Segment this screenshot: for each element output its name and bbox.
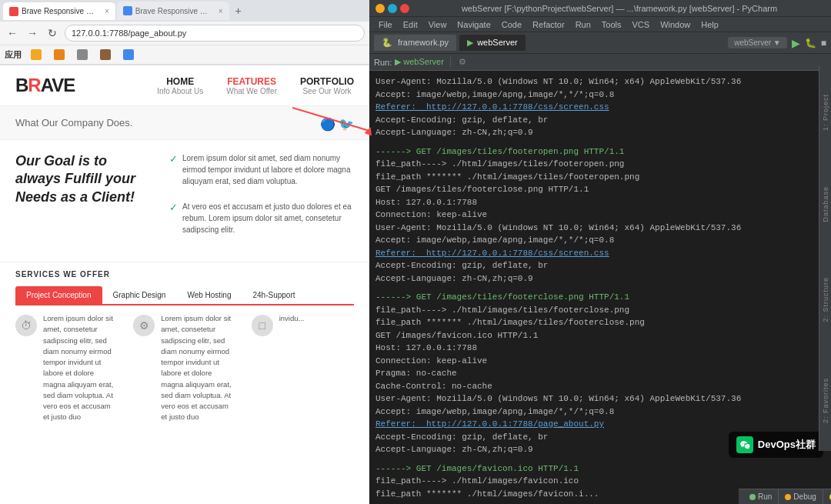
right-gutter: 1: Project Database 2: Structure 2: Favo… (819, 66, 831, 451)
menu-vcs[interactable]: VCS (628, 17, 655, 32)
console-line: Accept: image/webp,image/apng,image/*,*/… (375, 406, 825, 419)
tab-web-hosting[interactable]: Web Hosting (176, 286, 242, 304)
service-icon-1: ⏱ (15, 313, 37, 423)
ide-toolbar-right: webServer ▼ ▶ 🐛 ■ (728, 37, 826, 49)
forward-button[interactable]: → (25, 25, 40, 41)
service-icon-shape-2: ⚙ (133, 315, 155, 336)
bookmark-1[interactable] (28, 48, 45, 62)
menu-run[interactable]: Run (571, 17, 596, 32)
check-item-2: ✓ At vero eos et accusam et justo duo do… (169, 201, 354, 243)
browser-chrome: Brave Responsive Business Te... × Brave … (0, 0, 369, 65)
site-left-col: Our Goal is to always Fulfill your Needs… (15, 152, 154, 249)
menu-help[interactable]: Help (696, 17, 723, 32)
console-line: User-Agent: Mozilla/5.0 (Windows NT 10.0… (375, 392, 825, 406)
services-content: ⏱ Lorem ipsum dolor sit amet, consetetur… (15, 313, 354, 423)
file-tab-webserver[interactable]: ▶ webServer (459, 35, 526, 51)
bookmark-3[interactable] (74, 48, 91, 62)
debug-dot (785, 494, 791, 500)
console-line: User-Agent: Mozilla/5.0 (Windows NT 10.0… (375, 75, 825, 88)
run-label: Run: (374, 58, 392, 67)
new-tab-button[interactable]: + (231, 3, 246, 18)
service-col-2: ⚙ Lorem ipsum dolor sit amet, consetetur… (133, 313, 235, 423)
settings-icon[interactable]: ⚙ (459, 57, 466, 67)
address-bar[interactable] (65, 25, 365, 42)
bookmark-2[interactable] (51, 48, 68, 62)
hero-text: What Our Company Does. (15, 117, 132, 129)
site-right-col: ✓ Lorem ipsum dolor sit amet, sed diam n… (169, 152, 354, 249)
gutter-structure[interactable]: 2: Structure (822, 277, 829, 322)
ide-bottom-bar: Run Debug TODO Terminal Python Console E… (739, 489, 831, 504)
tab-project-conception[interactable]: Project Conception (15, 286, 102, 304)
console-line: Referer: http://127.0.0.1:7788/css/scree… (375, 247, 825, 260)
service-icon-3: □ (252, 313, 273, 423)
nav-features[interactable]: FEATURES What We Offer (226, 76, 277, 95)
menu-file[interactable]: File (374, 17, 397, 32)
ide-window: webServer [F:\pythonProject\webServer] —… (369, 0, 831, 504)
check-item-1: ✓ Lorem ipsum dolor sit amet, sed diam n… (169, 152, 354, 195)
para-2: At vero eos et accusam et justo duo dolo… (182, 201, 354, 235)
ide-titlebar: webServer [F:\pythonProject\webServer] —… (369, 0, 831, 17)
bookmarks-label[interactable]: 应用 (5, 49, 22, 61)
back-button[interactable]: ← (5, 25, 20, 41)
menu-refactor[interactable]: Refactor (528, 17, 569, 32)
service-col-1: ⏱ Lorem ipsum dolor sit amet, consetetur… (15, 313, 118, 423)
devops-label: DevOps社群 (758, 438, 816, 452)
bottom-tab-run[interactable]: Run (743, 489, 779, 505)
file-tab-framework[interactable]: 🐍 framework.py (374, 35, 456, 51)
bottom-tab-todo[interactable]: TODO (823, 489, 831, 505)
menu-tools[interactable]: Tools (597, 17, 626, 32)
console-line: Accept-Language: zh-CN,zh;q=0.9 (375, 126, 825, 139)
bookmark-5[interactable] (120, 48, 137, 62)
bookmark-4[interactable] (97, 48, 114, 62)
minimize-button[interactable] (375, 4, 385, 13)
stop-button[interactable]: ■ (821, 38, 826, 48)
window-controls (375, 4, 409, 13)
menu-navigate[interactable]: Navigate (452, 17, 495, 32)
browser-tab-2[interactable]: Brave Responsive Business Te... × (117, 2, 229, 20)
menu-code[interactable]: Code (497, 17, 526, 32)
tab-close-1[interactable]: × (105, 7, 109, 15)
tab-24h-support[interactable]: 24h-Support (242, 286, 306, 304)
website-content: BRAVE HOME Info About Us FEATURES What W… (0, 65, 369, 504)
tab-graphic-design[interactable]: Graphic Design (102, 286, 177, 304)
gutter-favorites[interactable]: 2: Favorites (822, 378, 829, 423)
bookmark-icon-5 (123, 49, 134, 60)
bookmark-icon-1 (31, 49, 42, 60)
console-line: Accept-Language: zh-CN,zh;q=0.9 (375, 272, 825, 285)
menu-view[interactable]: View (424, 17, 452, 32)
para-1: Lorem ipsum dolor sit amet, sed diam non… (182, 152, 354, 187)
logo-r: R (28, 75, 40, 95)
console-line: file_path----> ./html/images/tiles/foote… (375, 304, 825, 317)
console-line: file_path ******* ./html/images/tiles/fo… (375, 316, 825, 329)
tab-close-2[interactable]: × (219, 7, 223, 15)
tab-favicon-1 (9, 7, 18, 16)
nav-home-sub: Info About Us (157, 87, 203, 95)
close-button[interactable] (400, 4, 409, 13)
site-logo: BRAVE (15, 75, 75, 96)
run-dot (749, 494, 756, 500)
refresh-button[interactable]: ↻ (45, 25, 60, 41)
ide-title: webServer [F:\pythonProject\webServer] —… (414, 4, 825, 13)
browser-window: Brave Responsive Business Te... × Brave … (0, 0, 369, 504)
server-badge: webServer ▼ (728, 37, 786, 48)
console-line: Accept-Encoding: gzip, deflate, br (375, 259, 825, 272)
tab-label-2: Brave Responsive Business Te... (135, 7, 212, 15)
run-server-label: ▶ webServer (395, 57, 444, 67)
menu-edit[interactable]: Edit (399, 17, 422, 32)
menu-window[interactable]: Window (656, 17, 695, 32)
gutter-database[interactable]: Database (822, 186, 829, 222)
debug-button[interactable]: 🐛 (805, 38, 816, 48)
browser-tab-1[interactable]: Brave Responsive Business Te... × (3, 2, 115, 20)
nav-portfolio[interactable]: PORTFOLIO See Our Work (300, 76, 354, 95)
check-icon-2: ✓ (169, 202, 178, 213)
bottom-tab-debug[interactable]: Debug (779, 489, 823, 505)
console-line: Connection: keep-alive (375, 209, 825, 222)
run-control-group: Run: ▶ webServer (374, 57, 451, 67)
service-text-2: Lorem ipsum dolor sit amet, consetetur s… (161, 313, 235, 423)
console-line: Cache-Control: no-cache (375, 380, 825, 393)
run-button[interactable]: ▶ (792, 37, 800, 49)
nav-home[interactable]: HOME Info About Us (157, 76, 203, 95)
maximize-button[interactable] (388, 4, 397, 13)
console-line: file_path ******* ./html/images/tiles/fo… (375, 171, 825, 184)
gutter-project[interactable]: 1: Project (822, 94, 829, 131)
